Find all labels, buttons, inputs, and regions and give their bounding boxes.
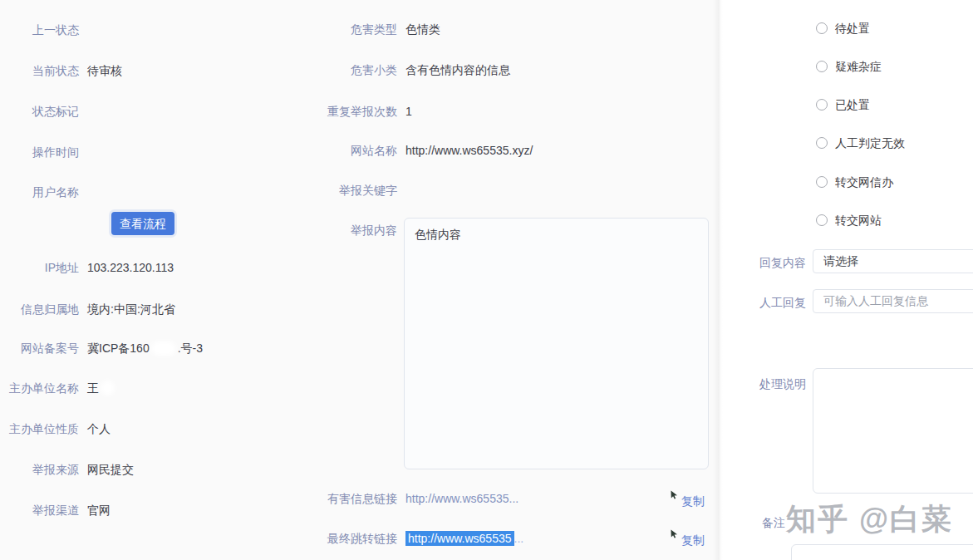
input-placeholder: 可输入人工回复信息 <box>823 294 928 307</box>
radio-option-label: 疑难杂症 <box>835 61 882 72</box>
form-row-report-source: 举报来源 网民提交 <box>0 461 134 478</box>
cursor-icon <box>671 490 678 499</box>
form-row-current-status: 当前状态 待审核 <box>0 62 122 79</box>
form-row-harm-subtype: 危害小类 含有色情内容的信息 <box>318 61 510 78</box>
field-label: 用户名称 <box>0 184 79 200</box>
radio-option-manual-invalid[interactable]: 人工判定无效 <box>816 137 905 149</box>
radio-icon[interactable] <box>816 176 828 188</box>
field-value: 待审核 <box>87 62 122 79</box>
field-label: 回复内容 <box>727 254 806 271</box>
form-row-operation-time: 操作时间 <box>0 144 87 160</box>
field-label: 上一状态 <box>0 22 79 38</box>
org-name-prefix: 王 <box>87 381 99 395</box>
copy-button-label: 复制 <box>681 493 705 509</box>
radio-option-label: 已处置 <box>835 99 870 111</box>
field-value: 103.223.120.113 <box>87 259 174 276</box>
form-row-prev-status: 上一状态 <box>0 22 87 38</box>
field-label: 最终跳转链接 <box>318 530 397 547</box>
field-label: 举报渠道 <box>0 502 79 518</box>
copy-button-label: 复制 <box>681 532 705 548</box>
manual-reply-input[interactable]: 可输入人工回复信息 <box>813 289 973 313</box>
form-row-report-channel: 举报渠道 官网 <box>0 502 111 518</box>
field-label: 举报来源 <box>0 461 79 478</box>
redacted-blur <box>151 341 176 356</box>
radio-option-pending[interactable]: 待处置 <box>816 22 870 34</box>
field-label: 危害类型 <box>318 21 397 37</box>
field-label: 重复举报次数 <box>318 103 397 120</box>
field-label: 当前状态 <box>0 62 79 79</box>
field-value: http://www.ws65535.xyz/ <box>405 142 533 159</box>
form-row-report-content-label: 举报内容 <box>318 222 397 238</box>
form-row-icp-number: 网站备案号 冀ICP备160.号-3 <box>0 340 203 356</box>
radio-icon[interactable] <box>816 214 828 226</box>
report-detail-screen: 上一状态 当前状态 待审核 状态标记 操作时间 用户名称 查看流程 IP地址 1… <box>0 0 973 560</box>
form-row-process-note-label: 处理说明 <box>727 376 806 392</box>
reply-content-select[interactable]: 请选择 <box>813 249 973 273</box>
radio-option-difficult[interactable]: 疑难杂症 <box>816 61 882 72</box>
icp-suffix: .号-3 <box>178 341 203 355</box>
field-label: 人工回复 <box>727 294 806 311</box>
field-label: 危害小类 <box>318 61 397 78</box>
form-row-repeat-count: 重复举报次数 1 <box>318 103 412 120</box>
form-row-manual-reply-label: 人工回复 <box>727 294 806 311</box>
field-label: 有害信息链接 <box>318 490 397 507</box>
radio-icon[interactable] <box>816 22 828 34</box>
field-value: 官网 <box>87 502 111 518</box>
report-content-textarea[interactable]: 色情内容 <box>404 218 709 469</box>
link-ellipsis: ... <box>514 532 524 545</box>
form-row-user-name: 用户名称 <box>0 184 87 200</box>
field-label: 信息归属地 <box>0 301 79 317</box>
field-value: 冀ICP备160.号-3 <box>87 340 203 356</box>
view-flow-button[interactable]: 查看流程 <box>111 212 174 235</box>
form-row-harmful-link: 有害信息链接 http://www.ws65535... <box>318 490 518 507</box>
select-value: 请选择 <box>823 254 858 268</box>
radio-option-transfer-cac[interactable]: 转交网信办 <box>816 176 893 188</box>
field-value: 1 <box>405 103 412 120</box>
field-label: 举报内容 <box>318 222 397 238</box>
field-value: 网民提交 <box>87 461 134 478</box>
radio-option-label: 转交网信办 <box>835 176 893 188</box>
radio-option-label: 转交网站 <box>835 214 882 226</box>
field-value: 含有色情内容的信息 <box>405 61 510 78</box>
form-row-ip: IP地址 103.223.120.113 <box>0 259 174 276</box>
form-row-org-name: 主办单位名称 王 <box>0 380 116 396</box>
form-row-report-keyword: 举报关键字 <box>318 182 405 199</box>
panel-divider <box>713 0 723 560</box>
radio-option-label: 待处置 <box>835 22 870 34</box>
field-label: 网站名称 <box>318 142 397 159</box>
field-value: 王 <box>87 380 116 396</box>
form-row-reply-content-label: 回复内容 <box>727 254 806 271</box>
radio-option-transfer-site[interactable]: 转交网站 <box>816 214 882 226</box>
radio-icon[interactable] <box>816 99 828 111</box>
copy-harmful-link-button[interactable]: 复制 <box>671 493 705 509</box>
field-label: 状态标记 <box>0 103 79 120</box>
field-label: 举报关键字 <box>318 182 397 199</box>
form-row-website-name: 网站名称 http://www.ws65535.xyz/ <box>318 142 533 159</box>
field-value: 境内:中国:河北省 <box>87 301 175 317</box>
redacted-blur <box>101 381 115 395</box>
field-label: 主办单位性质 <box>0 420 79 437</box>
cursor-icon <box>671 529 678 538</box>
process-note-textarea[interactable] <box>813 368 973 494</box>
selected-link-text: http://www.ws65535 <box>405 531 514 546</box>
zhihu-watermark: 知乎 @白菜 <box>786 499 953 540</box>
radio-option-label: 人工判定无效 <box>835 137 905 149</box>
field-label: 网站备案号 <box>0 340 79 356</box>
field-label: 主办单位名称 <box>0 380 79 396</box>
remark-textarea[interactable] <box>791 544 973 560</box>
field-label: 备注 <box>727 514 785 531</box>
copy-final-link-button[interactable]: 复制 <box>671 532 705 548</box>
report-content-text: 色情内容 <box>415 228 461 241</box>
harmful-info-link[interactable]: http://www.ws65535... <box>405 490 518 507</box>
form-row-info-location: 信息归属地 境内:中国:河北省 <box>0 301 175 317</box>
field-label: IP地址 <box>0 259 79 276</box>
radio-icon[interactable] <box>816 61 828 72</box>
form-row-org-type: 主办单位性质 个人 <box>0 420 111 437</box>
form-row-status-mark: 状态标记 <box>0 103 87 120</box>
field-label: 操作时间 <box>0 144 79 160</box>
field-value: 个人 <box>87 420 111 437</box>
radio-option-handled[interactable]: 已处置 <box>816 99 870 111</box>
radio-icon[interactable] <box>816 137 828 149</box>
final-redirect-link[interactable]: http://www.ws65535... <box>405 530 523 547</box>
form-row-remark-label: 备注 <box>727 514 785 531</box>
